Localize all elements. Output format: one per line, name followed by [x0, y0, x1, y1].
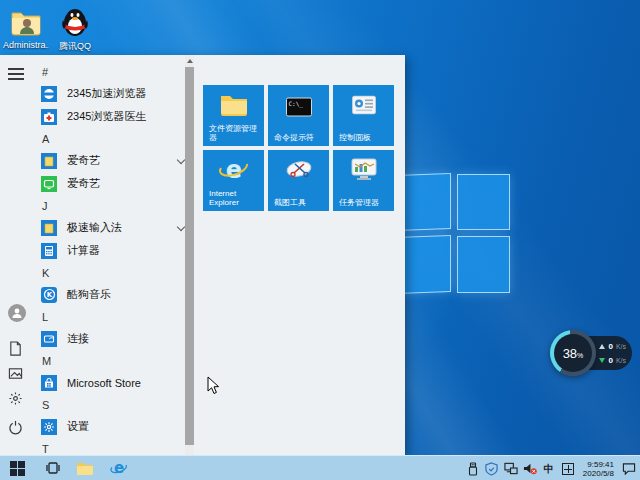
app-label: Microsoft Store: [67, 377, 141, 389]
task-manager-icon: [351, 158, 377, 186]
upload-arrow-icon: [599, 344, 605, 349]
settings-button[interactable]: [8, 391, 26, 409]
task-view-button[interactable]: [40, 456, 66, 480]
kugou-music-icon: K: [41, 287, 57, 303]
tile-snipping-tool[interactable]: 截图工具: [268, 150, 329, 211]
section-header-l[interactable]: L: [36, 306, 188, 327]
gauge-percent: 38 %: [554, 334, 592, 372]
app-label: 连接: [67, 331, 89, 346]
app-list-scrollbar[interactable]: [185, 55, 194, 455]
security-shield-icon[interactable]: [485, 462, 499, 476]
power-icon: [8, 420, 23, 435]
app-item-iqiyi[interactable]: 爱奇艺: [36, 172, 188, 195]
ime-mode-icon[interactable]: [561, 462, 575, 476]
section-header-j[interactable]: J: [36, 195, 188, 216]
volume-muted-icon[interactable]: [523, 462, 537, 476]
app-label: 爱奇艺: [67, 153, 100, 168]
folder-icon: [76, 461, 94, 476]
taskbar-clock[interactable]: 9:59:41 2020/5/8: [580, 460, 617, 478]
app-item-settings[interactable]: 设置: [36, 415, 188, 438]
browser-taskbar-button[interactable]: e: [106, 456, 132, 480]
file-explorer-taskbar-button[interactable]: [72, 456, 98, 480]
snipping-tool-icon: [284, 158, 314, 186]
tile-label: 文件资源管理器: [209, 124, 260, 142]
connect-icon: [41, 331, 57, 347]
clock-date: 2020/5/8: [583, 469, 614, 478]
clock-time: 9:59:41: [583, 460, 614, 469]
tile-label: 截图工具: [274, 198, 325, 207]
task-view-icon: [45, 460, 61, 476]
folder-item-jisu-ime[interactable]: 极速输入法: [36, 216, 188, 239]
start-button[interactable]: [4, 456, 30, 480]
ime-language-indicator[interactable]: 中: [542, 462, 556, 476]
pictures-button[interactable]: [8, 366, 26, 384]
tile-file-explorer[interactable]: 文件资源管理器: [203, 85, 264, 146]
app-item-connect[interactable]: 连接: [36, 327, 188, 350]
usb-device-icon[interactable]: [466, 462, 480, 476]
app-label: 2345浏览器医生: [67, 109, 146, 124]
net-speed-widget[interactable]: 0 K/s 0 K/s 38 %: [550, 330, 634, 376]
logo-pane: [457, 174, 510, 230]
network-icon[interactable]: [504, 462, 518, 476]
app-item-2345-browser[interactable]: 2345加速浏览器: [36, 82, 188, 105]
desktop-icon-label: Administra...: [3, 40, 49, 50]
svg-text:e: e: [225, 156, 241, 184]
tile-label: 任务管理器: [339, 198, 390, 207]
folder-item-iqiyi[interactable]: 爱奇艺: [36, 149, 188, 172]
gauge-percent-unit: %: [577, 352, 583, 359]
start-menu-rail: [0, 55, 34, 455]
tile-command-prompt[interactable]: C:\_ 命令提示符: [268, 85, 329, 146]
logo-pane: [457, 236, 510, 293]
download-value: 0: [608, 356, 612, 365]
svg-text:K: K: [46, 291, 52, 299]
section-header-t[interactable]: T: [36, 438, 188, 455]
2345-doctor-icon: [41, 109, 57, 125]
iqiyi-app-icon: [41, 176, 57, 192]
settings-app-icon: [41, 419, 57, 435]
desktop-icon-administrator[interactable]: Administra...: [3, 6, 49, 50]
section-header-k[interactable]: K: [36, 262, 188, 283]
documents-button[interactable]: [8, 341, 26, 359]
qq-penguin-icon: [59, 6, 91, 38]
wallpaper-windows-logo: [396, 174, 512, 294]
scrollbar-thumb[interactable]: [185, 67, 194, 445]
jisu-ime-folder-icon: [41, 220, 57, 236]
upload-unit: K/s: [616, 343, 626, 350]
download-unit: K/s: [616, 357, 626, 364]
chevron-down-icon[interactable]: [177, 157, 184, 164]
app-label: 2345加速浏览器: [67, 86, 146, 101]
tile-task-manager[interactable]: 任务管理器: [333, 150, 394, 211]
download-arrow-icon: [599, 358, 605, 363]
2345-browser-icon: [41, 86, 57, 102]
chevron-down-icon[interactable]: [177, 224, 184, 231]
app-label: 计算器: [67, 243, 100, 258]
file-explorer-icon: [220, 93, 248, 121]
app-item-microsoft-store[interactable]: Microsoft Store: [36, 371, 188, 394]
ie-browser-icon: e: [110, 459, 128, 477]
control-panel-icon: [352, 96, 376, 119]
tile-label: 控制面板: [339, 133, 390, 142]
action-center-icon[interactable]: [622, 462, 636, 476]
app-item-2345-doctor[interactable]: 2345浏览器医生: [36, 105, 188, 128]
tile-control-panel[interactable]: 控制面板: [333, 85, 394, 146]
app-item-kugou[interactable]: K 酷狗音乐: [36, 283, 188, 306]
taskbar: e 中 9:59:41 2020/5/8: [0, 455, 640, 480]
scrollbar-up-arrow-icon[interactable]: [185, 57, 194, 65]
tile-internet-explorer[interactable]: e Internet Explorer: [203, 150, 264, 211]
section-header-a[interactable]: A: [36, 128, 188, 149]
desktop-icon-label: 腾讯QQ: [52, 40, 98, 53]
app-label: 设置: [67, 419, 89, 434]
user-icon: [11, 307, 23, 319]
desktop-icon-qq[interactable]: 腾讯QQ: [52, 6, 98, 53]
net-speed-gauge[interactable]: 38 %: [550, 330, 596, 376]
section-header-m[interactable]: M: [36, 350, 188, 371]
app-item-calculator[interactable]: 计算器: [36, 239, 188, 262]
section-header-hash[interactable]: #: [36, 61, 188, 82]
user-avatar-button[interactable]: [8, 304, 26, 322]
power-button[interactable]: [8, 420, 26, 438]
menu-expand-button[interactable]: [8, 65, 26, 83]
mouse-cursor: [207, 376, 220, 399]
calculator-icon: [41, 243, 57, 259]
section-header-s[interactable]: S: [36, 394, 188, 415]
tile-label: 命令提示符: [274, 133, 325, 142]
